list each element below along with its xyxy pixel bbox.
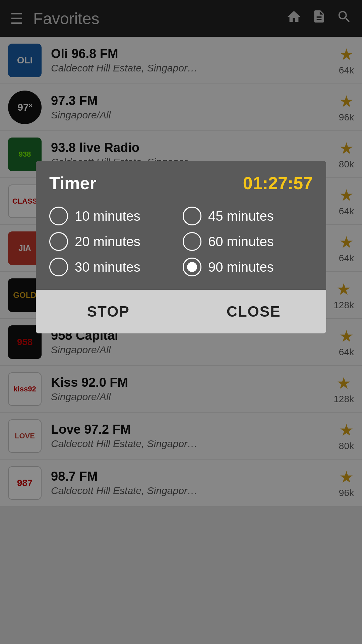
stop-button[interactable]: STOP bbox=[36, 290, 181, 333]
timer-option-5[interactable]: 90 minutes bbox=[183, 258, 313, 276]
timer-title: Timer bbox=[49, 173, 97, 193]
timer-option-0[interactable]: 10 minutes bbox=[49, 207, 179, 225]
radio-button-3[interactable] bbox=[183, 232, 201, 251]
timer-option-2[interactable]: 20 minutes bbox=[49, 232, 179, 251]
timer-buttons: STOP CLOSE bbox=[36, 290, 326, 333]
radio-button-5[interactable] bbox=[183, 258, 201, 276]
option-label-5: 90 minutes bbox=[208, 260, 274, 275]
timer-option-4[interactable]: 30 minutes bbox=[49, 258, 179, 276]
timer-header: Timer 01:27:57 bbox=[36, 161, 326, 200]
option-label-2: 20 minutes bbox=[75, 234, 140, 249]
timer-option-1[interactable]: 45 minutes bbox=[183, 207, 313, 225]
radio-button-1[interactable] bbox=[183, 207, 201, 225]
radio-button-4[interactable] bbox=[49, 258, 68, 276]
close-button[interactable]: CLOSE bbox=[181, 290, 326, 333]
timer-countdown: 01:27:57 bbox=[243, 173, 313, 193]
timer-options: 10 minutes 45 minutes 20 minutes 60 minu… bbox=[36, 200, 326, 290]
radio-button-2[interactable] bbox=[49, 232, 68, 251]
timer-option-3[interactable]: 60 minutes bbox=[183, 232, 313, 251]
radio-inner-5 bbox=[187, 262, 197, 272]
option-label-3: 60 minutes bbox=[208, 234, 274, 249]
option-label-1: 45 minutes bbox=[208, 209, 274, 224]
radio-button-0[interactable] bbox=[49, 207, 68, 225]
timer-dialog: Timer 01:27:57 10 minutes 45 minutes 20 … bbox=[36, 161, 326, 333]
option-label-0: 10 minutes bbox=[75, 209, 140, 224]
option-label-4: 30 minutes bbox=[75, 260, 140, 275]
